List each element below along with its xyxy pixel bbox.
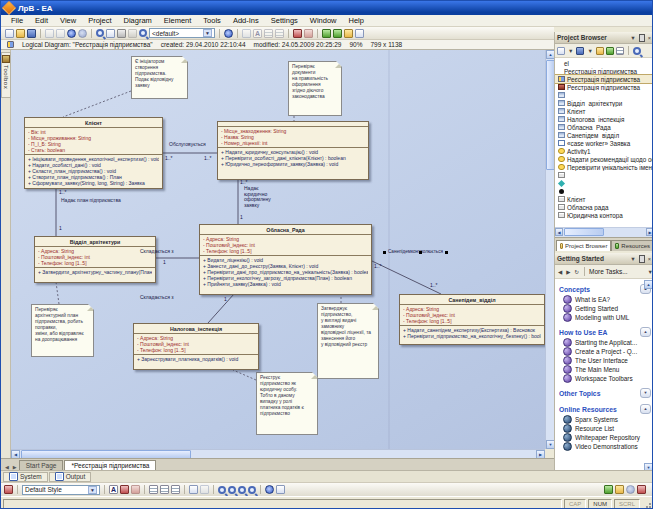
association-label[interactable]: Надає план підприємства	[61, 198, 121, 204]
selection-handle[interactable]	[383, 251, 386, 254]
window-layout-icon[interactable]	[355, 29, 364, 38]
note-documents[interactable]: Перевіряє документи на правильність офор…	[288, 61, 342, 116]
tree-item[interactable]: Обласна_Рада	[555, 123, 653, 131]
resize-grip[interactable]	[642, 499, 652, 509]
tree-item[interactable]: Обласна рада	[555, 203, 653, 211]
menu-item[interactable]: Project	[82, 16, 117, 25]
align-right-icon[interactable]	[171, 485, 180, 494]
menu-item[interactable]: Settings	[265, 16, 304, 25]
search-icon[interactable]	[139, 29, 147, 37]
tab-registration-diagram[interactable]: *Реєстрація підприємства	[64, 460, 156, 470]
copy-icon[interactable]	[45, 29, 54, 38]
hierarchy-icon[interactable]	[606, 47, 614, 55]
zoom-out-icon[interactable]	[218, 486, 226, 494]
association-skladayetsya-2[interactable]	[208, 294, 234, 323]
collapse-icon[interactable]: ▲	[640, 404, 651, 414]
association-label-selected[interactable]: Санепідемконтролюється	[385, 248, 446, 256]
menu-item[interactable]: View	[54, 16, 82, 25]
help-link[interactable]: Starting the Applicat...	[559, 338, 653, 347]
note-tax[interactable]: Реєструє підприємство як юридичну особу.…	[256, 372, 318, 435]
web-link[interactable]: Whitepaper Repository	[559, 433, 653, 442]
properties-icon[interactable]	[616, 47, 624, 55]
note-client[interactable]: Є ініціатором створення підприємства. По…	[131, 56, 188, 99]
open-project-icon[interactable]	[16, 29, 25, 38]
association-label[interactable]: Надає юридично оформлену заявку	[244, 186, 271, 208]
scroll-left-icon[interactable]: ◀	[555, 228, 563, 236]
print-preview-icon[interactable]	[128, 29, 137, 38]
redo-icon[interactable]	[78, 29, 87, 38]
more-tasks-button[interactable]: More Tasks...	[589, 268, 628, 275]
stereotype-color-icon[interactable]	[637, 485, 646, 494]
canvas-vertical-scrollbar[interactable]: ▲ ▼	[545, 50, 554, 449]
bring-to-front-icon[interactable]	[189, 485, 198, 494]
chevron-down-icon[interactable]: ▼	[586, 48, 593, 54]
collapse-icon[interactable]: ▲	[640, 327, 651, 337]
tree-item[interactable]: el	[555, 59, 653, 67]
pen-color-icon[interactable]	[304, 29, 313, 38]
menu-item[interactable]: Element	[158, 16, 198, 25]
menu-item[interactable]: Diagram	[118, 16, 158, 25]
tab-start-page[interactable]: Start Page	[19, 460, 64, 470]
tree-item[interactable]	[555, 179, 653, 187]
search-icon[interactable]	[633, 47, 641, 55]
zoom-100-icon[interactable]	[228, 486, 236, 494]
tree-item[interactable]: Відділ_архітектури	[555, 99, 653, 107]
web-link[interactable]: Sparx Systems	[559, 415, 653, 424]
tree-item[interactable]: Activity1	[555, 147, 653, 155]
tree-item[interactable]: Перевірити унікальність імені,	[555, 163, 653, 171]
tab-resources[interactable]: Resources	[611, 240, 653, 251]
chevron-down-icon[interactable]: ▼	[203, 29, 212, 37]
tree-item[interactable]: Санепідем_відділ	[555, 131, 653, 139]
insert-image-icon[interactable]	[242, 29, 251, 38]
grid-icon[interactable]	[264, 29, 273, 38]
chevron-down-icon[interactable]: ▼	[567, 48, 574, 54]
class-sanepidem-viddil[interactable]: Санепідем_відділ - Адреса: String- Пошто…	[399, 294, 545, 345]
menu-item[interactable]: Window	[304, 16, 343, 25]
class-viddil-arkhitektury[interactable]: Відділ_архітектури - Адреса: String- Пош…	[34, 236, 156, 283]
association-label[interactable]: Складається з	[140, 249, 174, 255]
tab-system[interactable]: System	[3, 472, 48, 482]
class-klient[interactable]: Клієнт - Вік: int- Місце_проживання: Str…	[24, 117, 163, 189]
menu-item[interactable]: Tools	[197, 16, 227, 25]
element-style-combo[interactable]: Default Style ▼	[22, 485, 100, 495]
refresh-icon[interactable]	[322, 29, 331, 38]
menu-item[interactable]: File	[5, 16, 29, 25]
help-link[interactable]: Getting Started	[559, 304, 653, 313]
association-label[interactable]: Складається з	[140, 295, 174, 301]
fill-color-icon[interactable]	[293, 29, 302, 38]
font-color-icon[interactable]: A	[109, 485, 118, 494]
association-label[interactable]: Обслуговується	[169, 142, 206, 148]
web-link[interactable]: Resource List	[559, 424, 653, 433]
tree-item[interactable]	[555, 91, 653, 99]
visual-style-icon[interactable]	[604, 485, 613, 494]
help-link[interactable]: What is EA?	[559, 295, 653, 304]
tree-horizontal-scrollbar[interactable]: ◀ ▶	[555, 227, 653, 237]
new-diagram-icon[interactable]	[106, 29, 115, 38]
align-left-icon[interactable]	[149, 485, 158, 494]
back-icon[interactable]: ◀	[557, 269, 563, 275]
undo-icon[interactable]	[67, 29, 76, 38]
expand-icon[interactable]: ▼	[640, 388, 651, 398]
tab-output[interactable]: Output	[49, 472, 92, 482]
scroll-up-icon[interactable]: ▲	[644, 280, 653, 289]
tree-item[interactable]: «case worker» Заявка	[555, 139, 653, 147]
help-link[interactable]: Modeling with UML	[559, 313, 653, 322]
help-link[interactable]: The Main Menu	[559, 365, 653, 374]
tree-item[interactable]: Реєстрація підприємства	[555, 75, 653, 83]
note-license[interactable]: Затверджує підприємство, у вигляді видач…	[317, 303, 379, 379]
tree-scroll-thumb[interactable]	[564, 228, 604, 236]
list-icon[interactable]	[275, 29, 284, 38]
tree-item[interactable]: Реєстрація підприємства	[555, 67, 653, 75]
tree-item[interactable]: Налогова_інспекція	[555, 115, 653, 123]
menu-item[interactable]: Edit	[29, 16, 54, 25]
resources-icon[interactable]	[615, 485, 624, 494]
chevron-down-icon[interactable]: ▼	[647, 269, 653, 275]
reload-icon[interactable]	[333, 29, 342, 38]
association-sanepidem[interactable]	[372, 261, 441, 294]
tree-item[interactable]	[555, 171, 653, 179]
forward-icon[interactable]: ▶	[565, 269, 571, 275]
pin-icon[interactable]	[639, 255, 645, 263]
help-link[interactable]: Create a Project - Q...	[559, 347, 653, 356]
tree-item[interactable]: Реєстрація підприємства	[555, 83, 653, 91]
tree-item[interactable]: Клієнт	[555, 107, 653, 115]
